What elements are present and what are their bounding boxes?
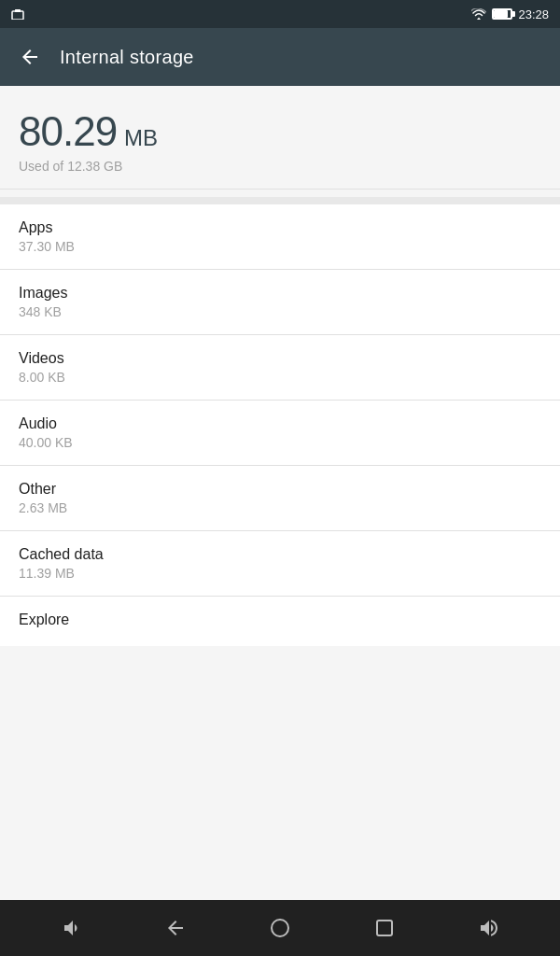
item-value-audio: 40.00 KB xyxy=(19,435,541,450)
item-label-other: Other xyxy=(19,481,541,498)
volume-down-button[interactable] xyxy=(49,906,93,950)
storage-used: Used of 12.38 GB xyxy=(19,159,541,174)
status-time: 23:28 xyxy=(518,7,549,21)
list-item-audio[interactable]: Audio 40.00 KB xyxy=(0,401,560,466)
back-nav-button[interactable] xyxy=(153,906,198,950)
storage-summary: 80.29 MB Used of 12.38 GB xyxy=(0,86,560,189)
list-item-videos[interactable]: Videos 8.00 KB xyxy=(0,335,560,401)
list-item-cached-data[interactable]: Cached data 11.39 MB xyxy=(0,531,560,597)
item-label-images: Images xyxy=(19,285,541,302)
summary-divider xyxy=(0,189,560,190)
storage-summary-block: 80.29 MB Used of 12.38 GB xyxy=(0,86,560,197)
list-item-images[interactable]: Images 348 KB xyxy=(0,270,560,335)
back-nav-icon xyxy=(164,917,187,939)
item-value-cached-data: 11.39 MB xyxy=(19,566,541,581)
back-button[interactable] xyxy=(15,42,45,72)
status-bar: 23:28 xyxy=(0,0,560,28)
screenshot-icon xyxy=(11,9,24,20)
volume-up-button[interactable] xyxy=(467,906,511,950)
battery-icon xyxy=(492,8,512,20)
item-value-apps: 37.30 MB xyxy=(19,239,541,254)
volume-up-icon xyxy=(478,917,500,939)
section-divider xyxy=(0,197,560,204)
app-bar-title: Internal storage xyxy=(60,47,194,68)
item-label-apps: Apps xyxy=(19,219,541,236)
main-content: 80.29 MB Used of 12.38 GB Apps 37.30 MB … xyxy=(0,86,560,900)
list-item-explore[interactable]: Explore xyxy=(0,597,560,646)
storage-list: Apps 37.30 MB Images 348 KB Videos 8.00 … xyxy=(0,204,560,646)
svg-rect-0 xyxy=(12,11,23,20)
item-value-other: 2.63 MB xyxy=(19,500,541,515)
item-value-videos: 8.00 KB xyxy=(19,370,541,385)
storage-unit: MB xyxy=(124,125,158,151)
list-item-apps[interactable]: Apps 37.30 MB xyxy=(0,204,560,270)
home-button[interactable] xyxy=(258,906,302,950)
recents-button[interactable] xyxy=(362,906,407,950)
svg-rect-3 xyxy=(377,921,392,935)
app-bar: Internal storage xyxy=(0,28,560,86)
item-label-cached-data: Cached data xyxy=(19,546,541,563)
item-label-audio: Audio xyxy=(19,415,541,432)
volume-down-icon xyxy=(60,917,82,939)
item-label-videos: Videos xyxy=(19,350,541,367)
bottom-nav xyxy=(0,900,560,956)
recents-icon xyxy=(373,917,396,939)
wifi-icon xyxy=(471,8,486,20)
svg-rect-1 xyxy=(15,9,21,12)
item-value-images: 348 KB xyxy=(19,304,541,319)
storage-size: 80.29 MB xyxy=(19,108,541,155)
home-circle-icon xyxy=(269,917,291,939)
svg-point-2 xyxy=(272,920,288,936)
status-icons: 23:28 xyxy=(471,7,549,21)
storage-number: 80.29 xyxy=(19,108,117,155)
list-item-other[interactable]: Other 2.63 MB xyxy=(0,466,560,531)
item-label-explore: Explore xyxy=(19,612,541,628)
